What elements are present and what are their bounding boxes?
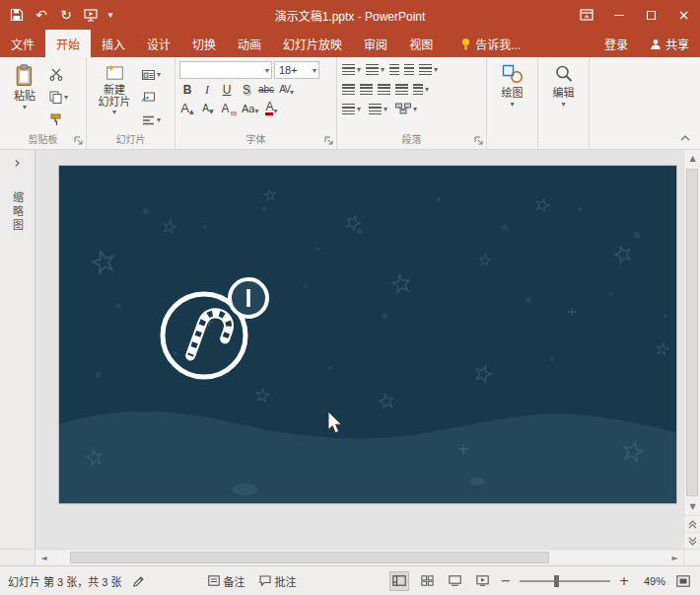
undo-button[interactable]: ↶ <box>31 4 52 26</box>
line-spacing-button[interactable]: ▾ <box>418 61 439 77</box>
close-button[interactable]: × <box>667 0 700 30</box>
align-left-button[interactable] <box>341 81 356 97</box>
fit-slide-to-window-button[interactable] <box>673 571 693 591</box>
tab-animations[interactable]: 动画 <box>227 30 272 57</box>
maximize-button[interactable] <box>635 0 667 30</box>
tell-me-box[interactable]: 告诉我... <box>450 30 531 57</box>
format-painter-button[interactable] <box>49 112 68 127</box>
editing-menu-button[interactable]: 编辑 ▾ <box>553 61 575 149</box>
pen-icon[interactable] <box>132 574 145 587</box>
bold-button[interactable]: B <box>179 82 195 98</box>
scroll-right-button[interactable]: ► <box>666 550 683 566</box>
italic-button[interactable]: I <box>199 82 215 98</box>
font-dialog-launcher[interactable] <box>323 135 334 146</box>
ribbon-display-options-button[interactable] <box>570 0 602 30</box>
text-direction-button[interactable]: ▾ <box>341 101 362 116</box>
thumbnails-pane-collapsed[interactable]: › 缩略图 <box>0 150 35 549</box>
horizontal-scrollbar[interactable]: ◄ ► <box>0 549 700 565</box>
cut-button[interactable] <box>49 67 68 82</box>
normal-view-button[interactable] <box>389 571 409 591</box>
section-button[interactable]: ▾ <box>142 112 161 127</box>
convert-to-smartart-button[interactable]: ▾ <box>394 101 418 116</box>
slideshow-view-button[interactable] <box>472 571 492 591</box>
save-button[interactable] <box>6 4 28 26</box>
scissors-icon <box>49 68 63 81</box>
decrease-indent-button[interactable] <box>388 61 400 77</box>
change-case-button[interactable]: Aa▾ <box>242 101 258 116</box>
align-center-button[interactable] <box>359 81 374 97</box>
minimize-button[interactable] <box>602 0 635 30</box>
font-color-button[interactable]: A▾ <box>263 101 279 116</box>
comments-button[interactable]: 批注 <box>259 573 297 589</box>
character-spacing-button[interactable]: AV▾ <box>278 82 294 98</box>
scroll-left-button[interactable]: ◄ <box>35 550 52 566</box>
scroll-down-button[interactable]: ▼ <box>684 498 700 515</box>
slide-sorter-view-button[interactable] <box>417 571 437 591</box>
numbering-button[interactable]: ▾ <box>365 61 385 77</box>
copy-button[interactable]: ▾ <box>49 90 68 105</box>
thumbnails-pane-label: 缩略图 <box>10 191 26 233</box>
bullets-button[interactable]: ▾ <box>341 61 362 77</box>
drawing-menu-button[interactable]: 绘图 ▾ <box>502 61 524 149</box>
new-slide-button[interactable]: 新建幻灯片 ▾ <box>91 61 138 133</box>
start-slideshow-button[interactable] <box>80 4 102 26</box>
reset-slide-button[interactable] <box>142 90 161 105</box>
slide[interactable] <box>59 166 676 503</box>
columns-button[interactable]: ▾ <box>412 81 430 97</box>
text-direction-icon <box>342 104 355 114</box>
font-name-combo[interactable]: ▾ <box>179 61 272 79</box>
quick-access-toolbar: ↶ ↻ ▾ <box>0 4 116 26</box>
strikethrough-button[interactable]: abc <box>258 82 274 98</box>
sign-in-button[interactable]: 登录 <box>594 30 639 57</box>
zoom-slider-thumb[interactable] <box>554 575 559 587</box>
zoom-in-button[interactable]: + <box>618 573 630 588</box>
paste-button[interactable]: 粘贴 ▾ <box>4 61 45 133</box>
slides-group-label: 幻灯片 <box>116 134 146 145</box>
tab-view[interactable]: 视图 <box>398 30 444 57</box>
numbering-icon <box>366 64 379 75</box>
vertical-scrollbar-thumb[interactable] <box>686 169 698 496</box>
qat-customize-button[interactable]: ▾ <box>105 4 116 26</box>
tab-file[interactable]: 文件 <box>0 30 45 57</box>
text-shadow-button[interactable]: S <box>239 82 254 98</box>
tab-design[interactable]: 设计 <box>136 30 181 57</box>
justify-button[interactable] <box>394 81 409 97</box>
zoom-level[interactable]: 49% <box>638 575 665 587</box>
slideshow-icon <box>84 9 98 22</box>
slide-layout-button[interactable]: ▾ <box>142 67 161 82</box>
clipboard-dialog-launcher[interactable] <box>73 135 84 146</box>
horizontal-scrollbar-track[interactable] <box>52 550 666 565</box>
comments-label: 批注 <box>275 573 297 589</box>
tab-slideshow[interactable]: 幻灯片放映 <box>272 30 353 57</box>
underline-button[interactable]: U <box>219 82 235 98</box>
badge-circle[interactable] <box>230 279 267 317</box>
paragraph-dialog-launcher[interactable] <box>473 135 484 146</box>
section-icon <box>142 115 155 125</box>
next-slide-button[interactable] <box>684 532 700 549</box>
vertical-scrollbar-track[interactable] <box>684 167 700 498</box>
vertical-scrollbar[interactable]: ▲ ▼ <box>683 150 700 549</box>
collapse-ribbon-button[interactable] <box>676 131 694 145</box>
clear-formatting-button[interactable]: A <box>221 101 237 116</box>
shrink-font-button[interactable]: A▼ <box>200 101 216 116</box>
share-button[interactable]: 共享 <box>639 30 700 57</box>
zoom-slider[interactable] <box>520 574 610 588</box>
scroll-up-button[interactable]: ▲ <box>684 150 700 167</box>
grow-font-button[interactable]: A▲ <box>179 101 195 116</box>
align-text-button[interactable]: ▾ <box>368 101 388 116</box>
font-group-label: 字体 <box>246 134 266 145</box>
reading-view-button[interactable] <box>445 571 464 591</box>
notes-button[interactable]: 备注 <box>208 573 245 589</box>
tab-review[interactable]: 审阅 <box>353 30 398 57</box>
expand-thumbnails-icon[interactable]: › <box>15 156 21 170</box>
previous-slide-button[interactable] <box>684 515 700 532</box>
horizontal-scrollbar-thumb[interactable] <box>70 552 549 563</box>
tab-insert[interactable]: 插入 <box>91 30 136 57</box>
zoom-out-button[interactable]: − <box>500 573 512 588</box>
font-size-combo[interactable]: 18+ ▾ <box>274 61 319 79</box>
repeat-button[interactable]: ↻ <box>55 4 77 26</box>
align-right-button[interactable] <box>377 81 391 97</box>
tab-transitions[interactable]: 切换 <box>181 30 227 57</box>
tab-home[interactable]: 开始 <box>45 30 91 57</box>
increase-indent-button[interactable] <box>403 61 415 77</box>
